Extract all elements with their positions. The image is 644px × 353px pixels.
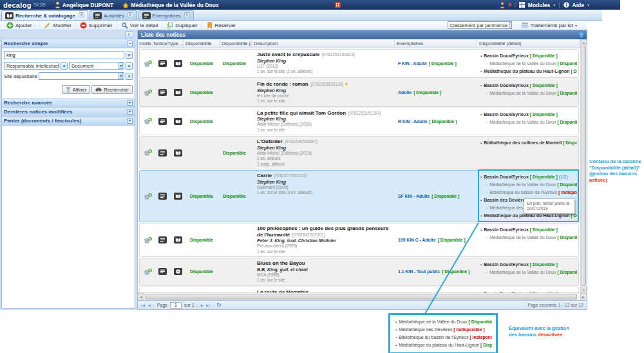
- separator: |: [515, 2, 516, 8]
- collapse-panel-icon[interactable]: −: [127, 41, 133, 46]
- availability-status: [ Disponible ]: [480, 343, 492, 347]
- gold-user-icon[interactable]: [500, 2, 505, 8]
- notice-icon[interactable]: [158, 118, 167, 125]
- scroll-up-icon[interactable]: ▲: [581, 39, 587, 45]
- scrollbar-thumb[interactable]: [582, 46, 586, 286]
- previous-page-icon[interactable]: ◀: [147, 303, 151, 307]
- column-header[interactable]: Disponibilité (autre...: [220, 39, 252, 48]
- delete-icon: [80, 22, 87, 29]
- exemplaires-cell: [397, 137, 479, 169]
- table-row[interactable]: DisponibleLa petite fille qui aimait Tom…: [139, 108, 579, 136]
- criteria-select[interactable]: Responsable intellectuel ▾: [4, 62, 59, 70]
- table-row[interactable]: Disponible100 philosophes : un guide des…: [139, 223, 579, 257]
- exemplaire-status: [ Disponible ]: [413, 90, 441, 95]
- home-icon: [122, 2, 129, 8]
- toolbar-button-voir-le-détail[interactable]: Voir le détail: [117, 21, 162, 30]
- help-menu[interactable]: Aide: [573, 2, 584, 8]
- toolbar-button-dupliquer[interactable]: Dupliquer: [162, 21, 201, 30]
- panel-header-panier-documents-fascicules-[interactable]: Panier (documents / fascicules)+: [2, 117, 135, 126]
- current-user[interactable]: Angélique DUPONT: [55, 1, 113, 8]
- scroll-right-icon[interactable]: ▶: [580, 293, 587, 300]
- column-header[interactable]: Disponibilité (détail): [477, 39, 580, 48]
- table-row[interactable]: DisponibleDisponibleJuste avant le crépu…: [139, 49, 579, 78]
- page-number-input[interactable]: [170, 302, 182, 309]
- refine-button[interactable]: Affiner: [62, 85, 91, 94]
- column-header[interactable]: Outils: [138, 39, 153, 48]
- toolbar-button-réserver[interactable]: Réserver: [202, 21, 240, 30]
- close-icon[interactable]: ✕: [128, 12, 133, 17]
- expand-panel-icon[interactable]: +: [127, 109, 133, 115]
- panel-header-dernières-notices-modifiées[interactable]: Dernières notices modifiées+: [2, 108, 135, 117]
- close-icon[interactable]: ✕: [79, 12, 84, 17]
- expand-panel-icon[interactable]: +: [127, 100, 133, 106]
- alerts-icon[interactable]: [335, 2, 341, 8]
- search-button[interactable]: Rechercher: [91, 85, 133, 94]
- notice-icon[interactable]: [158, 149, 167, 157]
- notice-cell: [155, 79, 170, 106]
- tools-cell: [140, 50, 155, 77]
- toolbar-button-supprimer[interactable]: Supprimer: [75, 21, 117, 30]
- scrollbar-thumb[interactable]: [145, 294, 577, 300]
- panel-header-recherche-avancée[interactable]: Recherche avancée+: [2, 99, 135, 108]
- clear-field-icon[interactable]: ×: [126, 52, 133, 59]
- library-name: Médiathèque de la Vallée du Doux: [489, 61, 557, 66]
- current-site[interactable]: Médiathèque de la Vallée du Doux: [122, 2, 219, 8]
- simple-search-panel-header[interactable]: Recherche simple −: [2, 39, 135, 48]
- column-header[interactable]: Disponibilité: [184, 39, 220, 48]
- notice-icon[interactable]: [158, 193, 167, 200]
- record-publisher: Albin Michel (Editions) (2002): [257, 122, 395, 128]
- table-row[interactable]: DisponibleFin de ronde : roman [97822538…: [139, 79, 579, 107]
- note-line: Équivalent avec la gestion: [509, 325, 605, 332]
- column-header[interactable]: Exemplaires: [395, 39, 477, 48]
- add-to-basket-icon[interactable]: [144, 149, 152, 157]
- tab-exemplaires[interactable]: Exemplaires✕: [138, 10, 194, 20]
- add-to-basket-icon[interactable]: [144, 117, 152, 125]
- table-row[interactable]: DisponibleBlues on the BayouB.B. King, g…: [139, 258, 579, 286]
- table-row[interactable]: DisponibleLa route de MemphisRichard Pea…: [139, 287, 579, 293]
- clear-field-icon[interactable]: ×: [126, 73, 133, 80]
- toolbar-button-ajouter[interactable]: Ajouter▾: [3, 21, 39, 30]
- notice-icon[interactable]: [158, 268, 167, 275]
- vertical-scrollbar[interactable]: ▲ ▼: [580, 39, 587, 292]
- notification-count[interactable]: 5: [508, 2, 511, 8]
- last-page-icon[interactable]: ▶|: [206, 303, 210, 307]
- notice-icon[interactable]: [158, 60, 167, 67]
- add-to-basket-icon[interactable]: [144, 193, 152, 200]
- notice-icon[interactable]: [158, 236, 167, 243]
- column-header[interactable]: Type ...: [168, 39, 184, 48]
- record-title-text: La petite fille qui aimait Tom Gordon: [257, 110, 346, 116]
- description-cell: Blues on the BayouB.B. King, guit. et ch…: [254, 258, 397, 285]
- scroll-down-icon[interactable]: ▼: [581, 287, 587, 292]
- sidebar-collapse-button[interactable]: «: [125, 31, 133, 37]
- next-page-icon[interactable]: ▶: [200, 303, 204, 307]
- tab-autorit-s[interactable]: Autorités✕: [90, 10, 137, 20]
- column-header[interactable]: Description: [252, 39, 395, 48]
- site-select[interactable]: ▾: [39, 72, 124, 80]
- clear-field-icon[interactable]: ×: [126, 62, 133, 70]
- availability-detail-item: ◦Médiathèque de la Vallée du Doux [ Disp…: [480, 90, 577, 97]
- tab-recherche-catalogage[interactable]: Recherche & catalogage✕: [1, 10, 88, 20]
- clear-field-icon[interactable]: ×: [61, 62, 68, 70]
- column-header[interactable]: Notice: [153, 39, 168, 48]
- add-to-basket-icon[interactable]: [144, 268, 152, 276]
- modules-menu[interactable]: Modules: [528, 2, 550, 8]
- horizontal-scrollbar[interactable]: ◀ ▶: [138, 292, 587, 300]
- notice-icon[interactable]: [158, 89, 167, 96]
- add-to-basket-icon[interactable]: [144, 236, 152, 244]
- add-to-basket-icon[interactable]: [144, 89, 152, 97]
- refresh-icon[interactable]: ↻: [216, 302, 222, 308]
- doctype-select[interactable]: Document ▾: [69, 62, 124, 70]
- add-to-basket-icon[interactable]: [144, 60, 152, 68]
- table-row[interactable]: DisponibleL'Outsider [9782226435897]Step…: [139, 136, 579, 169]
- first-page-icon[interactable]: |◀: [141, 303, 145, 307]
- expand-panel-icon[interactable]: +: [127, 118, 133, 124]
- batch-actions-button[interactable]: Traitements par lot ▾: [517, 21, 581, 30]
- table-row[interactable]: DisponibleDisponibleCarrie [978227700222…: [139, 170, 579, 222]
- close-icon[interactable]: ✕: [184, 12, 190, 17]
- scroll-left-icon[interactable]: ◀: [138, 293, 144, 300]
- search-term-input[interactable]: [4, 51, 124, 59]
- filter-icon: [66, 87, 71, 93]
- sort-select[interactable]: Classement par pertinence ▾: [448, 21, 512, 29]
- toolbar-button-modifier[interactable]: Modifier: [39, 21, 75, 30]
- help-icon[interactable]: ?: [578, 32, 585, 39]
